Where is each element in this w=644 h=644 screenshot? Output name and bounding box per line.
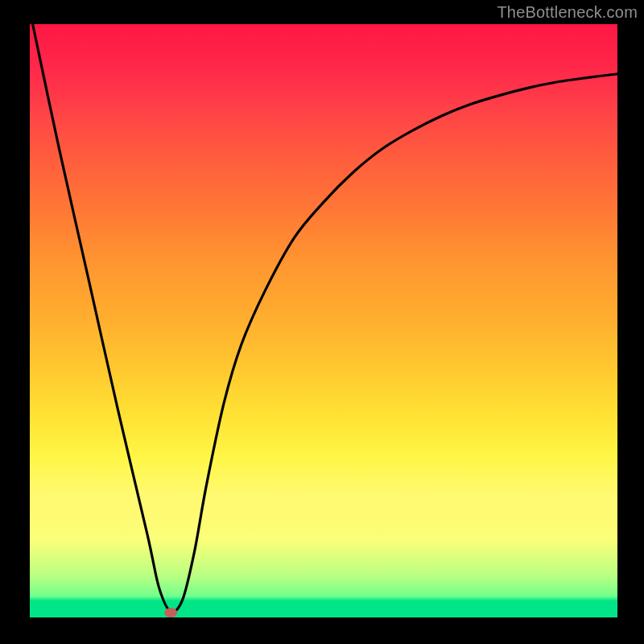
watermark-text: TheBottleneck.com xyxy=(497,3,638,22)
minimum-marker xyxy=(164,608,177,617)
curve-svg xyxy=(30,24,617,617)
chart-stage: TheBottleneck.com xyxy=(0,0,644,644)
plot-area xyxy=(30,24,617,617)
bottleneck-curve xyxy=(33,24,617,612)
